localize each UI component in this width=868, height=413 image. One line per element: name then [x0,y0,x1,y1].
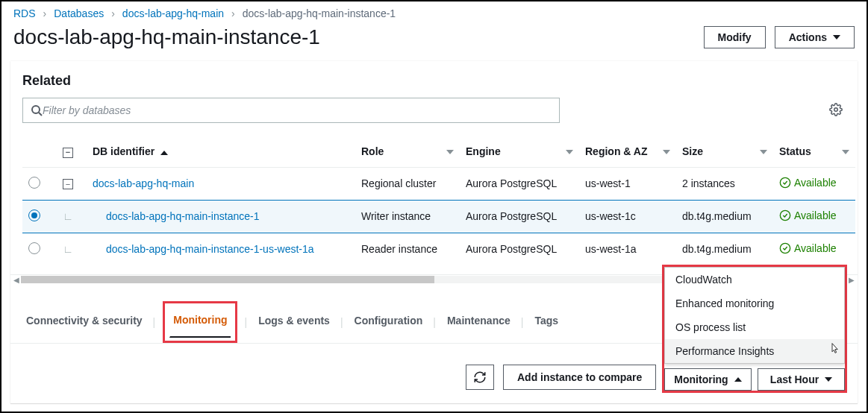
tab-separator: | [245,316,248,328]
monitoring-menu-item-os-process-list[interactable]: OS process list [665,315,844,339]
scroll-thumb[interactable] [21,276,434,283]
tab-tags[interactable]: Tags [531,307,561,337]
svg-line-1 [39,113,42,116]
col-role[interactable]: Role [355,136,460,167]
table-header-row: − DB identifier Role Engine Region & AZ [22,136,855,167]
monitoring-menu-item-cloudwatch[interactable]: CloudWatch [665,268,844,291]
cell-engine: Aurora PostgreSQL [460,167,579,200]
filter-caret-icon [663,150,670,154]
cursor-icon [829,342,841,354]
filter-caret-icon [760,150,767,154]
cell-role: Reader instance [355,233,460,265]
page-header: docs-lab-apg-hq-main-instance-1 Modify A… [1,22,867,61]
monitoring-dropdown-trigger[interactable]: Monitoring [664,368,752,391]
settings-gear-icon[interactable] [829,103,843,119]
svg-point-5 [780,243,790,253]
monitoring-dropdown-menu: CloudWatchEnhanced monitoringOS process … [664,267,845,364]
related-heading: Related [22,73,846,89]
col-engine[interactable]: Engine [460,136,579,167]
scroll-left-icon[interactable]: ◀ [12,276,21,284]
table-row[interactable]: ∟docs-lab-apg-hq-main-instance-1Writer i… [22,200,855,233]
svg-point-2 [834,107,838,111]
cell-engine: Aurora PostgreSQL [460,233,579,265]
breadcrumb-cluster[interactable]: docs-lab-apg-hq-main [122,7,224,19]
modify-button[interactable]: Modify [704,26,766,48]
tab-maintenance[interactable]: Maintenance [443,307,513,337]
row-radio[interactable] [28,209,40,221]
search-icon [31,104,43,116]
breadcrumb-current: docs-lab-apg-hq-main-instance-1 [243,7,396,19]
page-title: docs-lab-apg-hq-main-instance-1 [13,25,320,49]
cell-region_az: us-west-1a [579,233,676,265]
tab-connectivity-security[interactable]: Connectivity & security [22,307,146,337]
related-panel: Related [10,61,858,403]
refresh-button[interactable] [466,365,494,390]
tab-separator: | [521,316,524,328]
db-identifier-link[interactable]: docs-lab-apg-hq-main [93,177,194,189]
tab-configuration[interactable]: Configuration [351,307,426,337]
svg-point-0 [32,106,40,113]
chevron-right-icon: › [43,7,47,19]
status-available: Available [779,177,837,189]
tab-separator: | [340,316,343,328]
caret-down-icon [825,377,832,382]
filter-databases-input[interactable] [43,104,552,116]
cell-size: 2 instances [676,167,773,200]
svg-point-3 [780,177,790,187]
add-instance-compare-button[interactable]: Add instance to compare [503,365,656,390]
chevron-right-icon: › [111,7,115,19]
refresh-icon [473,371,487,384]
tab-highlight: Monitoring [163,301,237,343]
collapse-icon[interactable]: − [63,179,73,189]
svg-point-4 [780,210,790,220]
row-radio[interactable] [28,242,40,254]
cell-size: db.t4g.medium [676,200,773,233]
table-row[interactable]: −docs-lab-apg-hq-mainRegional clusterAur… [22,167,855,200]
databases-table: − DB identifier Role Engine Region & AZ [22,136,855,265]
scroll-right-icon[interactable]: ▶ [847,276,856,284]
cell-size: db.t4g.medium [676,233,773,265]
cell-role: Writer instance [355,200,460,233]
tab-separator: | [433,316,436,328]
actions-button[interactable]: Actions [775,26,855,48]
cell-engine: Aurora PostgreSQL [460,200,579,233]
tree-line-icon: ∟ [63,210,73,222]
table-row[interactable]: ∟docs-lab-apg-hq-main-instance-1-us-west… [22,233,855,265]
filter-caret-icon [842,150,849,154]
breadcrumb-databases[interactable]: Databases [54,7,104,19]
status-available: Available [779,242,837,254]
chevron-right-icon: › [231,7,235,19]
caret-up-icon [734,377,742,382]
collapse-all-icon[interactable]: − [63,148,73,158]
col-region-az[interactable]: Region & AZ [579,136,676,167]
filter-databases-search[interactable] [22,98,560,123]
tab-monitoring[interactable]: Monitoring [169,306,230,338]
col-db-identifier[interactable]: DB identifier [87,136,355,167]
tree-line-icon: ∟ [63,243,73,255]
cell-region_az: us-west-1c [579,200,676,233]
breadcrumb: RDS › Databases › docs-lab-apg-hq-main ›… [1,1,867,22]
filter-caret-icon [446,150,454,154]
filter-caret-icon [566,150,573,154]
col-size[interactable]: Size [676,136,773,167]
tab-logs-events[interactable]: Logs & events [255,307,333,337]
row-radio[interactable] [28,177,40,189]
breadcrumb-rds[interactable]: RDS [13,7,36,19]
status-available: Available [779,209,837,221]
db-identifier-link[interactable]: docs-lab-apg-hq-main-instance-1-us-west-… [93,243,314,255]
tab-separator: | [153,316,156,328]
monitoring-controls-highlight: CloudWatchEnhanced monitoringOS process … [662,265,847,393]
cell-region_az: us-west-1 [579,167,676,200]
monitoring-menu-item-enhanced-monitoring[interactable]: Enhanced monitoring [665,291,844,315]
sort-asc-icon [160,151,168,155]
db-identifier-link[interactable]: docs-lab-apg-hq-main-instance-1 [93,210,259,222]
caret-down-icon [833,35,840,40]
cell-role: Regional cluster [355,167,460,200]
monitoring-menu-item-performance-insights[interactable]: Performance Insights [665,339,844,363]
col-status[interactable]: Status [773,136,855,167]
time-range-dropdown[interactable]: Last Hour [758,368,845,391]
